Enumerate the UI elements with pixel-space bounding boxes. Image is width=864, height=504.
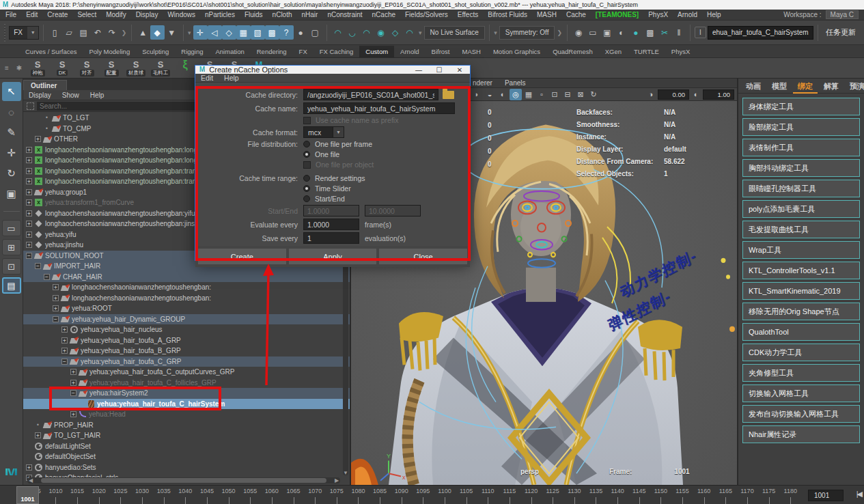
outliner-row[interactable]: − yehua:yehua_hair_Dynamic_GROUP (23, 314, 350, 325)
expand-toggle-icon[interactable]: + (61, 326, 68, 333)
workspace-value[interactable]: Maya C (826, 10, 859, 19)
expand-toggle-icon[interactable]: + (53, 284, 59, 290)
menu-item[interactable]: nParticles (205, 11, 235, 18)
outliner-row[interactable]: defaultLightSet (23, 441, 350, 452)
construction-history-icon[interactable]: ◡ (345, 25, 359, 40)
outliner-row[interactable]: defaultObjectSet (23, 451, 350, 462)
expand-toggle-icon[interactable]: − (61, 359, 68, 365)
outliner-row[interactable]: yehua:yehua_hair_toufa_C_hairSystem (23, 399, 350, 410)
dialog-title-bar[interactable]: M Create nCache Options — ☐ ✕ (195, 66, 470, 74)
layout-button[interactable]: ▭ (2, 220, 21, 236)
file-action-icon[interactable]: ▯ (48, 25, 62, 40)
menu-item[interactable]: Create (47, 11, 68, 18)
folder-browse-icon[interactable] (443, 91, 454, 99)
start-frame-input[interactable] (303, 205, 359, 216)
shelf-tab[interactable]: Animation (209, 46, 250, 57)
collapse-icon[interactable]: ▾ (188, 29, 191, 36)
tool-script-button[interactable]: 夹角修型工具 (742, 364, 860, 382)
snap-icon[interactable]: ▦ (236, 25, 251, 40)
gamma-field[interactable]: 1.00 (703, 89, 734, 100)
snap-icon[interactable]: ✛ (193, 25, 208, 40)
timeline-tick[interactable]: 1070 (304, 486, 326, 504)
file-action-icon[interactable]: ▱ (62, 25, 76, 40)
file-action-icon[interactable]: ↷ (105, 25, 120, 40)
go-to-start-icon[interactable]: |◀ (856, 490, 861, 499)
snap-icon[interactable]: ? (279, 25, 294, 40)
layout-button[interactable]: ⊞ (2, 239, 21, 255)
expand-toggle-icon[interactable]: + (26, 464, 32, 471)
timeline-tick[interactable]: 1085 (369, 486, 391, 504)
expand-toggle-icon[interactable]: + (35, 432, 41, 438)
layout-button[interactable]: ⊡ (2, 258, 21, 275)
exposure-field[interactable]: 0.00 (658, 89, 689, 100)
shelf-menu-icon[interactable]: ≡ (3, 64, 11, 72)
outliner-menu-item[interactable]: Show (62, 92, 79, 99)
scroll-right-icon[interactable]: ▶ (333, 477, 340, 484)
expand-toggle-icon[interactable]: • (35, 422, 41, 428)
timeline-tick[interactable]: 1030 (131, 486, 153, 504)
snap-icon[interactable]: ▢ (308, 25, 322, 40)
live-surface-field[interactable]: No Live Surface (424, 26, 485, 40)
expand-toggle-icon[interactable]: + (70, 380, 76, 386)
viewport-menu-item[interactable]: Panels (505, 79, 526, 87)
selection-mode-icon[interactable]: ▲ (136, 25, 150, 40)
shelf-button[interactable]: ξ (175, 60, 195, 76)
shelf-tab[interactable]: PhysX (665, 46, 696, 57)
viewport-toolbar-icon[interactable]: ⊡ (548, 89, 561, 100)
shelf-tab[interactable]: Bifrost (426, 46, 456, 57)
menu-item[interactable]: PhysX (648, 11, 668, 18)
expand-toggle-icon[interactable]: • (44, 115, 50, 121)
timeline-tick[interactable]: 1075 (326, 486, 348, 504)
menu-item[interactable]: nHair (302, 11, 318, 18)
tools-tab[interactable]: 预演 (845, 81, 864, 94)
timeline-tick[interactable]: 1145 (628, 486, 650, 504)
shelf-button[interactable]: S 对齐 (76, 60, 97, 76)
symmetry-field[interactable]: Symmetry: Off (499, 26, 555, 40)
outliner-row[interactable]: + longhaochenshaonianwanzhengtoushengban… (23, 282, 350, 293)
outliner-row[interactable]: + hanyuediao:Sets (23, 462, 350, 473)
collapse-icon[interactable]: ❯ (122, 29, 127, 36)
close-icon[interactable]: ✕ (449, 66, 470, 74)
menu-item[interactable]: nCache (372, 11, 395, 18)
tool-button[interactable]: ▣ (2, 184, 21, 204)
menu-item[interactable]: Windows (167, 11, 195, 18)
expand-toggle-icon[interactable]: + (70, 369, 76, 375)
shelf-tab[interactable]: MASH (456, 46, 487, 57)
tool-script-button[interactable]: 毛发提取曲线工具 (742, 221, 860, 238)
timeline-tick[interactable]: 1035 (153, 486, 175, 504)
timeline-tick[interactable]: 1170 (736, 486, 758, 504)
render-action-icon[interactable]: ● (628, 25, 643, 40)
expand-toggle-icon[interactable]: + (26, 210, 32, 216)
collapse-icon[interactable]: ▾ (494, 29, 497, 36)
expand-toggle-icon[interactable]: • (44, 126, 50, 132)
workspace-selector[interactable]: Workspace : Maya C (783, 10, 859, 19)
outliner-row[interactable]: − yehua:yehua_hair_toufa_C_GRP (23, 356, 350, 367)
playhead[interactable]: 1001 (16, 486, 39, 504)
menu-item[interactable]: Help (707, 11, 721, 18)
viewport-toolbar-icon[interactable]: ◐ (497, 89, 509, 100)
construction-history-icon[interactable]: ◠ (402, 25, 417, 40)
tool-script-button[interactable]: Wrap工具 (742, 241, 860, 259)
tool-script-button[interactable]: 身体绑定工具 (742, 98, 860, 115)
tool-script-button[interactable]: KTL_ControllerTools_v1.1 (742, 262, 860, 279)
timeline-tick[interactable]: 1155 (671, 486, 693, 504)
tool-script-button[interactable]: CDK动力学工具 (742, 344, 860, 361)
expand-toggle-icon[interactable]: + (53, 305, 59, 311)
timeline-tick[interactable]: 1115 (499, 486, 520, 504)
current-frame-field[interactable]: 1001 (808, 490, 844, 501)
outliner-row[interactable]: + TO_LGT_HAIR (23, 430, 350, 441)
dialog-menu-item[interactable]: Help (224, 74, 239, 82)
menu-item[interactable]: Edit (26, 11, 38, 18)
shelf-button[interactable]: S 神袍 (27, 60, 48, 76)
start-end-radio[interactable] (303, 195, 310, 202)
menu-item[interactable]: [TEAMONES] (596, 11, 639, 18)
viewport-toolbar-icon[interactable]: ⊠ (574, 89, 587, 100)
chevron-down-icon[interactable]: ▾ (419, 29, 422, 36)
timeline-tick[interactable]: 1025 (110, 486, 132, 504)
menu-set-dropdown[interactable]: FX ▼ (9, 26, 39, 40)
shelf-button[interactable]: S 毛料工 (150, 60, 171, 76)
timeline-tick[interactable]: 1135 (585, 486, 607, 504)
timeline-tick[interactable]: 1130 (563, 486, 585, 504)
filter-icon[interactable] (27, 102, 34, 110)
shelf-tab[interactable]: Rendering (251, 46, 293, 57)
